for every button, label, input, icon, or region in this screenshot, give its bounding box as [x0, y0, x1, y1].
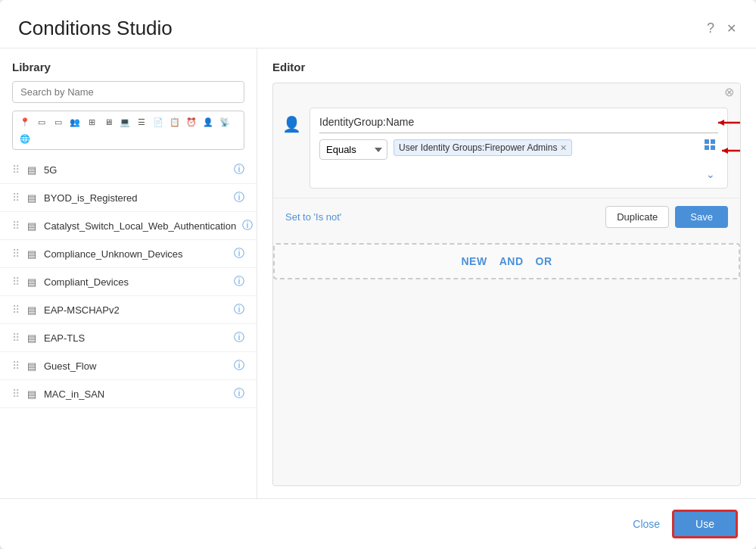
new-button[interactable]: NEW [461, 255, 487, 267]
condition-row-icon: 👤 [273, 108, 310, 133]
library-list: ⠿ ▤ 5G ⓘ ⠿ ▤ BYOD_is_Registered ⓘ ⠿ ▤ Ca… [0, 156, 257, 498]
filter-icon-monitor2[interactable]: 💻 [117, 114, 132, 129]
filter-icon-doc2[interactable]: 📋 [167, 114, 182, 129]
condition-card-wrapper: 👤 IdentityGroup:Name [273, 98, 740, 198]
filter-icon-doc1[interactable]: 📄 [151, 114, 166, 129]
filter-icon-person[interactable]: 👤 [201, 114, 216, 129]
footer-action-buttons: Duplicate Save [605, 206, 728, 228]
editor-add-row: NEW AND OR [273, 243, 740, 279]
filter-icon-rect3[interactable]: ⊞ [84, 114, 99, 129]
condition-card: IdentityGroup:Name [310, 108, 728, 189]
filter-icons-bar: 📍 ▭ ▭ 👥 ⊞ 🖥 💻 ☰ 📄 📋 ⏰ 👤 📡 🌐 [12, 111, 244, 150]
svg-marker-3 [722, 148, 728, 154]
svg-rect-4 [705, 139, 709, 144]
list-item[interactable]: ⠿ ▤ EAP-TLS ⓘ [0, 324, 257, 352]
filter-icon-wifi[interactable]: 🌐 [17, 131, 33, 146]
drag-handle-icon: ⠿ [12, 360, 20, 372]
filter-icon-location[interactable]: 📍 [17, 114, 33, 129]
filter-icon-rect2[interactable]: ▭ [51, 114, 66, 129]
person-icon: 👤 [282, 115, 301, 133]
dialog-title: Conditions Studio [18, 17, 173, 40]
search-box [12, 81, 244, 103]
editor-main: ⊗ 👤 IdentityGroup:Name [272, 83, 741, 486]
item-type-icon: ▤ [26, 304, 38, 316]
close-button[interactable]: Close [633, 518, 660, 530]
value-tag-remove[interactable]: ✕ [560, 143, 567, 153]
dialog-body: Library 📍 ▭ ▭ 👥 ⊞ 🖥 💻 ☰ 📄 📋 ⏰ 👤 📡 🌐 [0, 48, 756, 498]
editor-panel: Editor ⊗ 👤 IdentityGroup:Name [257, 48, 756, 498]
item-name-label: EAP-TLS [44, 332, 228, 344]
editor-close-button[interactable]: ⊗ [724, 86, 734, 98]
svg-rect-5 [711, 139, 715, 144]
editor-title: Editor [272, 61, 741, 73]
list-item[interactable]: ⠿ ▤ Guest_Flow ⓘ [0, 352, 257, 380]
item-type-icon: ▤ [26, 276, 38, 288]
filter-icon-signal[interactable]: 📡 [217, 114, 232, 129]
drag-handle-icon: ⠿ [12, 276, 20, 288]
value-dropdown-button[interactable]: ⌄ [706, 168, 715, 180]
or-button[interactable]: OR [536, 255, 552, 267]
drag-handle-icon: ⠿ [12, 192, 20, 204]
item-name-label: MAC_in_SAN [44, 388, 228, 400]
list-item[interactable]: ⠿ ▤ Compliant_Devices ⓘ [0, 268, 257, 296]
help-icon: ? [707, 20, 714, 36]
conditions-studio-dialog: Conditions Studio ? ✕ Library 📍 ▭ ▭ 👥 [0, 0, 756, 549]
item-info-icon[interactable]: ⓘ [234, 191, 244, 204]
list-item[interactable]: ⠿ ▤ Catalyst_Switch_Local_Web_Authentica… [0, 212, 257, 240]
set-is-not-button[interactable]: Set to 'Is not' [285, 211, 341, 223]
item-name-label: Guest_Flow [44, 360, 228, 372]
svg-rect-7 [711, 145, 715, 150]
drag-handle-icon: ⠿ [12, 332, 20, 344]
svg-rect-6 [705, 145, 709, 150]
item-type-icon: ▤ [26, 164, 38, 176]
item-type-icon: ▤ [26, 192, 38, 204]
item-info-icon[interactable]: ⓘ [234, 303, 244, 317]
condition-card-footer: Set to 'Is not' Duplicate Save [273, 198, 740, 236]
header-icons: ? ✕ [705, 17, 738, 36]
search-input[interactable] [12, 81, 244, 103]
library-title: Library [0, 61, 257, 81]
item-info-icon[interactable]: ⓘ [234, 275, 244, 289]
list-item[interactable]: ⠿ ▤ EAP-MSCHAPv2 ⓘ [0, 296, 257, 324]
filter-icon-group[interactable]: 👥 [67, 114, 82, 129]
save-button[interactable]: Save [675, 206, 728, 228]
item-name-label: Compliance_Unknown_Devices [44, 248, 228, 260]
help-button[interactable]: ? [705, 20, 716, 36]
close-icon: ✕ [726, 22, 736, 35]
item-info-icon[interactable]: ⓘ [234, 247, 244, 260]
item-type-icon: ▤ [26, 220, 38, 232]
item-info-icon[interactable]: ⓘ [242, 219, 253, 232]
item-name-label: BYOD_is_Registered [44, 192, 228, 204]
value-area: User Identity Groups:Firepower Admins ✕ [394, 139, 695, 164]
svg-marker-1 [718, 120, 724, 126]
duplicate-button[interactable]: Duplicate [605, 206, 669, 228]
item-name-label: Catalyst_Switch_Local_Web_Authentication [44, 220, 236, 232]
item-type-icon: ▤ [26, 388, 38, 400]
dialog-header: Conditions Studio ? ✕ [0, 0, 756, 48]
item-name-label: EAP-MSCHAPv2 [44, 304, 228, 316]
item-info-icon[interactable]: ⓘ [234, 163, 244, 176]
list-item[interactable]: ⠿ ▤ Compliance_Unknown_Devices ⓘ [0, 240, 257, 268]
use-button[interactable]: Use [672, 510, 738, 538]
item-type-icon: ▤ [26, 332, 38, 344]
and-button[interactable]: AND [499, 255, 524, 267]
drag-handle-icon: ⠿ [12, 248, 20, 260]
list-item[interactable]: ⠿ ▤ BYOD_is_Registered ⓘ [0, 184, 257, 212]
item-info-icon[interactable]: ⓘ [234, 331, 244, 345]
grid-view-button[interactable] [703, 138, 718, 156]
library-panel: Library 📍 ▭ ▭ 👥 ⊞ 🖥 💻 ☰ 📄 📋 ⏰ 👤 📡 🌐 [0, 48, 257, 498]
drag-handle-icon: ⠿ [12, 388, 20, 400]
operator-select[interactable]: Equals [319, 139, 387, 160]
filter-icon-rect1[interactable]: ▭ [34, 114, 49, 129]
close-dialog-button[interactable]: ✕ [725, 20, 738, 36]
list-item[interactable]: ⠿ ▤ 5G ⓘ [0, 156, 257, 184]
filter-icon-list1[interactable]: ☰ [134, 114, 149, 129]
item-info-icon[interactable]: ⓘ [234, 359, 244, 373]
item-info-icon[interactable]: ⓘ [234, 387, 244, 401]
list-item[interactable]: ⠿ ▤ MAC_in_SAN ⓘ [0, 380, 257, 408]
dialog-footer: Close Use [0, 498, 756, 549]
drag-handle-icon: ⠿ [12, 304, 20, 316]
filter-icon-clock[interactable]: ⏰ [184, 114, 199, 129]
filter-icon-monitor1[interactable]: 🖥 [101, 114, 116, 129]
item-type-icon: ▤ [26, 248, 38, 260]
